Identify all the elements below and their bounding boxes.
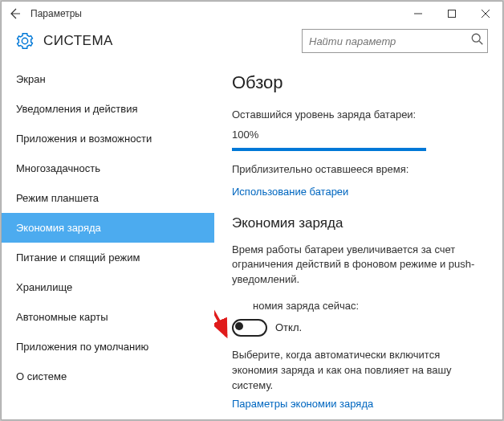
minimize-button[interactable] [401, 2, 435, 26]
gear-icon [16, 32, 34, 50]
sidebar-item-storage[interactable]: Хранилище [2, 272, 214, 302]
battery-remaining-value: 100% [232, 128, 485, 143]
toggle-knob-icon [235, 322, 243, 330]
maximize-button[interactable] [435, 2, 469, 26]
titlebar: Параметры [2, 2, 502, 26]
search-button[interactable] [470, 32, 485, 47]
overview-heading: Обзор [232, 72, 485, 93]
saver-toggle-state: Откл. [275, 321, 302, 333]
battery-remaining-label: Оставшийся уровень заряда батареи: [232, 108, 485, 123]
arrow-left-icon [8, 7, 21, 20]
search-input[interactable] [302, 29, 488, 53]
header: СИСТЕМА [2, 26, 502, 64]
maximize-icon [448, 10, 456, 18]
window-controls [401, 2, 502, 26]
sidebar-item-default-apps[interactable]: Приложения по умолчанию [2, 332, 214, 362]
saver-heading: Экономия заряда [232, 215, 485, 231]
sidebar-item-about[interactable]: О системе [2, 362, 214, 391]
sidebar-item-notifications[interactable]: Уведомления и действия [2, 94, 214, 124]
settings-window: Параметры СИСТЕМА Экран [1, 1, 503, 420]
saver-description: Время работы батареи увеличивается за сч… [232, 243, 485, 288]
annotation-arrow-icon [214, 217, 262, 362]
saver-toggle[interactable] [232, 319, 267, 337]
sidebar-item-multitasking[interactable]: Многозадачность [2, 153, 214, 183]
sidebar-item-tablet-mode[interactable]: Режим планшета [2, 183, 214, 213]
sidebar-item-battery-saver[interactable]: Экономия заряда [2, 213, 214, 243]
saver-auto-description: Выберите, когда автоматически включится … [232, 348, 485, 394]
saver-toggle-row: Откл. [232, 319, 485, 337]
saver-now-label: номия заряда сейчас: [232, 299, 485, 314]
svg-rect-0 [449, 10, 456, 18]
body: Экран Уведомления и действия Приложения … [2, 64, 502, 419]
svg-point-1 [472, 34, 480, 42]
back-button[interactable] [2, 2, 27, 26]
time-remaining-label: Приблизительно оставшееся время: [232, 162, 485, 178]
page-title: СИСТЕМА [43, 33, 113, 49]
window-title: Параметры [30, 8, 82, 19]
close-icon [482, 10, 490, 18]
sidebar-item-offline-maps[interactable]: Автономные карты [2, 302, 214, 332]
battery-usage-link[interactable]: Использование батареи [232, 186, 485, 198]
minimize-icon [414, 10, 422, 18]
search-box [302, 29, 488, 53]
search-icon [470, 32, 485, 47]
close-button[interactable] [469, 2, 502, 26]
sidebar: Экран Уведомления и действия Приложения … [2, 64, 214, 419]
sidebar-item-power-sleep[interactable]: Питание и спящий режим [2, 243, 214, 272]
content: Обзор Оставшийся уровень заряда батареи:… [214, 64, 502, 419]
battery-progress-bar [232, 148, 426, 151]
saver-settings-link[interactable]: Параметры экономии заряда [232, 398, 485, 410]
sidebar-item-apps-features[interactable]: Приложения и возможности [2, 124, 214, 153]
sidebar-item-display[interactable]: Экран [2, 64, 214, 94]
